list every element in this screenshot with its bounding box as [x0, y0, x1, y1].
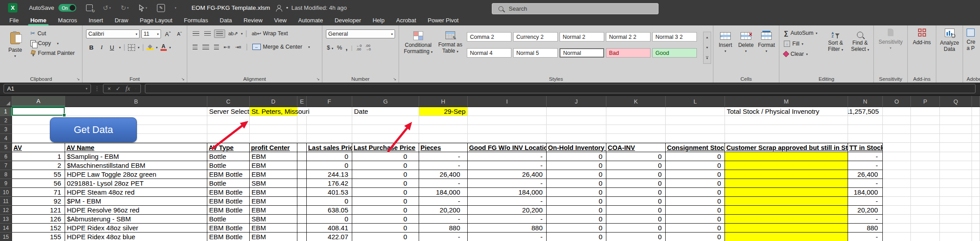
copy-button[interactable]: Copy ▾	[29, 39, 77, 47]
cell-l1[interactable]	[666, 107, 725, 116]
cell-i10[interactable]: 184,000	[468, 188, 547, 197]
gallery-up-icon[interactable]: ▲	[706, 36, 709, 39]
cell-f2[interactable]	[307, 116, 352, 125]
cell-g13[interactable]: 0	[352, 215, 419, 224]
cell-o1[interactable]	[883, 107, 911, 116]
row-header-12[interactable]: 12	[0, 206, 12, 215]
cell-l3[interactable]	[666, 125, 725, 134]
cell-i15[interactable]: -	[468, 233, 547, 241]
cell-o5[interactable]	[883, 143, 911, 152]
tab-data[interactable]: Data	[214, 16, 238, 25]
cell-d5[interactable]: profit Center	[250, 143, 297, 152]
cell-e6[interactable]	[297, 152, 307, 161]
paste-button[interactable]: Paste▾	[4, 29, 26, 59]
cell-g15[interactable]: 0	[352, 233, 419, 241]
cell-h15[interactable]: -	[419, 233, 468, 241]
cell-e14[interactable]	[297, 224, 307, 233]
cell-d12[interactable]: EBM	[250, 206, 297, 215]
cell-k6[interactable]: 0	[606, 152, 666, 161]
cell-g9[interactable]: 0	[352, 179, 419, 188]
cell-k15[interactable]: 0	[606, 233, 666, 241]
cell-j11[interactable]: 0	[547, 197, 606, 206]
cell-p9[interactable]	[911, 179, 940, 188]
delete-cells-button[interactable]: Delete▾	[736, 29, 756, 54]
cell-a10[interactable]: 71	[12, 188, 65, 197]
cell-c14[interactable]: EBM Bottle	[207, 224, 250, 233]
style-comma-2[interactable]: Comma 2	[467, 32, 511, 42]
cell-l11[interactable]: 0	[666, 197, 725, 206]
tab-insert[interactable]: Insert	[83, 16, 109, 25]
cell-a15[interactable]: 155	[12, 233, 65, 241]
cell-p1[interactable]	[911, 107, 940, 116]
cell-l8[interactable]: 0	[666, 170, 725, 179]
cell-l9[interactable]: 0	[666, 179, 725, 188]
cell-m9[interactable]	[725, 179, 848, 188]
cell-i14[interactable]: 880	[468, 224, 547, 233]
comma-format-button[interactable]: ,	[346, 44, 347, 51]
cell-n8[interactable]: 26,400	[848, 170, 883, 179]
cell-q7[interactable]	[940, 161, 972, 170]
cell-l5[interactable]: Consignment Stock :	[666, 143, 725, 152]
cell-i9[interactable]: -	[468, 179, 547, 188]
increase-indent-button[interactable]: ⇥≡	[233, 43, 243, 51]
last-modified[interactable]: • Last Modified: 4h ago ▾	[286, 4, 350, 11]
quick-access-chevron[interactable]: ▾	[175, 6, 177, 10]
cell-j6[interactable]: 0	[547, 152, 606, 161]
cell-h1[interactable]: 29-Sep	[419, 107, 468, 116]
cell-c4[interactable]	[207, 134, 250, 143]
cell-m14[interactable]	[725, 224, 848, 233]
cell-i3[interactable]	[468, 125, 547, 134]
cell-f6[interactable]: 0	[307, 152, 352, 161]
top-align-button[interactable]	[191, 30, 201, 37]
row-header-7[interactable]: 7	[0, 161, 12, 170]
row-header-8[interactable]: 8	[0, 170, 12, 179]
cell-e12[interactable]	[297, 206, 307, 215]
decrease-decimal-button[interactable]: .00→0	[365, 44, 371, 51]
enter-icon[interactable]: ✓	[116, 85, 121, 92]
cell-j7[interactable]: 0	[547, 161, 606, 170]
cell-g12[interactable]: 0	[352, 206, 419, 215]
cell-f7[interactable]: 0	[307, 161, 352, 170]
cell-k10[interactable]: 0	[606, 188, 666, 197]
cell-g3[interactable]	[352, 125, 419, 134]
row-header-5[interactable]: 5	[0, 143, 12, 152]
cell-f10[interactable]: 401.53	[307, 188, 352, 197]
cell-h5[interactable]: Pieces	[419, 143, 468, 152]
align-center-button[interactable]	[201, 43, 211, 51]
cell-b9[interactable]: 0291881- Lysol 28oz PET	[65, 179, 207, 188]
increase-decimal-button[interactable]: ←0.00	[356, 44, 362, 51]
gallery-expand-icon[interactable]: ▼	[706, 56, 709, 60]
cell-b12[interactable]: HDPE Resolve 96oz red	[65, 206, 207, 215]
cell-q3[interactable]	[940, 125, 972, 134]
undo-button[interactable]: ↺▾	[103, 4, 111, 12]
cell-k7[interactable]: 0	[606, 161, 666, 170]
cell-b15[interactable]: HDPE Ridex 48oz blue	[65, 233, 207, 241]
get-data-button[interactable]: Get Data	[50, 117, 137, 142]
tab-power-pivot[interactable]: Power Pivot	[422, 16, 464, 25]
cell-h2[interactable]	[419, 116, 468, 125]
font-size-select[interactable]: 11▾	[141, 29, 161, 38]
sort-filter-button[interactable]: AZ Sort & Filter ▾	[823, 29, 848, 58]
style-normal-2-2[interactable]: Normal 2 2	[606, 32, 651, 42]
tab-automate[interactable]: Automate	[292, 16, 329, 25]
cell-e15[interactable]	[297, 233, 307, 241]
cell-p10[interactable]	[911, 188, 940, 197]
cell-f12[interactable]: 638.05	[307, 206, 352, 215]
cell-q12[interactable]	[940, 206, 972, 215]
cell-k5[interactable]: COA-INV	[606, 143, 666, 152]
cell-l15[interactable]: 0	[666, 233, 725, 241]
font-name-select[interactable]: Calibri▾	[86, 29, 140, 38]
row-header-10[interactable]: 10	[0, 188, 12, 197]
cell-o14[interactable]	[883, 224, 911, 233]
cell-n4[interactable]	[848, 134, 883, 143]
cell-j15[interactable]: 0	[547, 233, 606, 241]
cell-i13[interactable]: -	[468, 215, 547, 224]
fill-color-icon[interactable]	[147, 45, 153, 50]
cell-m3[interactable]	[725, 125, 848, 134]
cell-m8[interactable]	[725, 170, 848, 179]
column-header-a[interactable]: A	[12, 96, 65, 107]
cell-q14[interactable]	[940, 224, 972, 233]
cell-d14[interactable]: EBM	[250, 224, 297, 233]
cell-a13[interactable]: 126	[12, 215, 65, 224]
column-header-q[interactable]: Q	[940, 96, 972, 107]
